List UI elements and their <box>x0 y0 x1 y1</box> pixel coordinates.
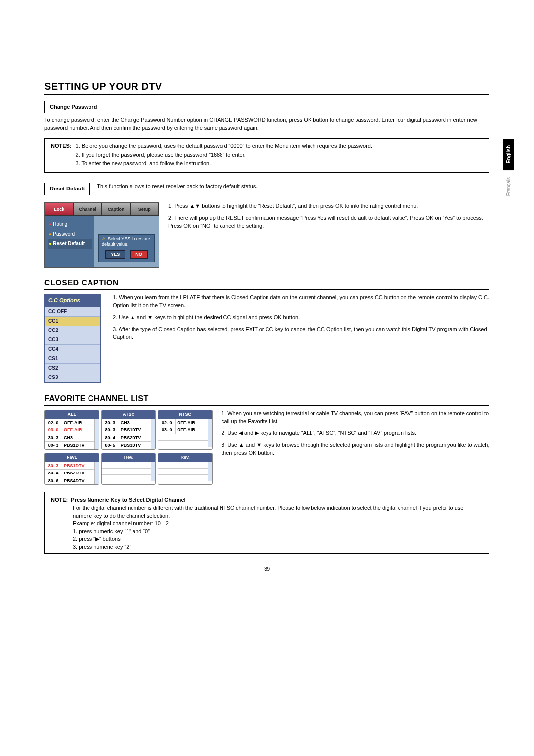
cc-row-2: CC2 <box>45 326 100 335</box>
favorite-title: FAVORITE CHANNEL LIST <box>44 393 490 406</box>
language-tabs: English Français <box>503 139 514 203</box>
note2-line-5: 3. press numeric key “2” <box>73 543 483 551</box>
cc-row-4: CC4 <box>45 345 100 354</box>
note2-line-4: 2. press “▶” buttons <box>73 535 483 543</box>
reset-step-2: 2. There will pop up the RESET confirmat… <box>168 214 490 230</box>
menu-tab-lock: Lock <box>45 203 74 216</box>
menu-side-reset: ● Reset Default <box>48 239 92 249</box>
note2-line-2: Example: digital channel number: 10 - 2 <box>73 520 483 528</box>
pane-atsc: ATSC 30- 3CH3 80- 3PBS1DTV 80- 4PBS2DTV … <box>101 410 156 450</box>
note2-line-1: For the digital channel number is differ… <box>73 504 483 520</box>
reset-default-desc: This function allows to reset receiver b… <box>97 179 490 190</box>
fav-step-3: 3. Use ▲ and ▼ keys to browse through th… <box>222 441 490 457</box>
popup-no-button: NO <box>130 250 148 259</box>
numeric-key-note: NOTE: Press Numeric Key to Select Digita… <box>44 492 490 554</box>
cc-step-2: 2. Use ▲ and ▼ keys to highlight the des… <box>113 314 490 322</box>
popup-yes-button: YES <box>105 250 125 259</box>
note2-sub: Press Numeric Key to Select Digital Chan… <box>71 497 185 503</box>
page-title: SETTING UP YOUR DTV <box>44 79 490 95</box>
cc-row-3: CC3 <box>45 335 100 345</box>
cc-row-5: CS1 <box>45 354 100 364</box>
manual-page: English Français SETTING UP YOUR DTV Cha… <box>0 0 534 603</box>
notes-box: NOTES: 1. Before you change the password… <box>44 138 490 173</box>
note-item-3: 3. To enter the new password, and follow… <box>76 160 483 167</box>
note-item-2: 2. If you forget the password, please us… <box>76 151 483 159</box>
cc-options-head: C.C Options <box>45 295 100 307</box>
cc-options-illustration: C.C Options CC OFF CC1 CC2 CC3 CC4 CS1 C… <box>44 294 101 383</box>
cc-row-6: CS2 <box>45 364 100 373</box>
menu-side-rating: ● Rating <box>48 219 92 229</box>
notes-label: NOTES: <box>51 142 72 168</box>
page-number: 39 <box>44 566 490 573</box>
favorite-illustration: ALL 02- 0OFF-AIR 03- 0OFF-AIR 30- 3CH3 8… <box>44 410 213 485</box>
reset-step-1: 1. Press ▲▼ buttons to highlight the “Re… <box>168 202 490 210</box>
note-item-1: 1. Before you change the password, uses … <box>76 142 483 150</box>
fav-step-1: 1. When you are watching terrestrial or … <box>222 410 490 425</box>
change-password-label: Change Password <box>44 101 102 113</box>
cc-step-3: 3. After the type of Closed Caption has … <box>113 326 490 341</box>
cc-row-7: CS3 <box>45 373 100 382</box>
reset-default-label: Reset Default <box>44 183 90 195</box>
cc-row-1: CC1 <box>45 317 100 326</box>
menu-tab-setup: Setup <box>131 203 159 216</box>
pane-ntsc: NTSC 02- 0OFF-AIR 03- 0OFF-AIR <box>158 410 213 450</box>
pane-rev2: Rev. <box>158 453 213 485</box>
menu-tab-channel: Channel <box>74 203 102 216</box>
note2-line-3: 1. press numeric key “1” and “0” <box>73 528 483 536</box>
reset-popup: ⚠Select YES to restore default value. YE… <box>98 234 155 262</box>
menu-tab-caption: Caption <box>102 203 131 216</box>
reset-menu-illustration: Lock Channel Caption Setup ● Rating ● Pa… <box>44 202 159 268</box>
pane-all: ALL 02- 0OFF-AIR 03- 0OFF-AIR 30- 3CH3 8… <box>44 410 99 450</box>
cc-row-off: CC OFF <box>45 307 100 317</box>
closed-caption-title: CLOSED CAPTION <box>44 278 490 290</box>
pane-rev1: Rev. <box>101 453 156 485</box>
note2-label: NOTE: <box>51 497 68 503</box>
lang-tab-french: Français <box>503 170 514 203</box>
pane-fav1: Fav1 80- 3PBS1DTV 80- 4PBS2DTV 80- 6PBS4… <box>44 453 99 485</box>
change-password-text: To change password, enter the Change Pas… <box>44 116 490 132</box>
cc-step-1: 1. When you learn from the I-PLATE that … <box>113 294 490 310</box>
menu-side-password: ● Password <box>48 229 92 239</box>
lang-tab-english: English <box>503 139 514 170</box>
fav-step-2: 2. Use ◀ and ▶ keys to navigate “ALL”, “… <box>222 429 490 437</box>
